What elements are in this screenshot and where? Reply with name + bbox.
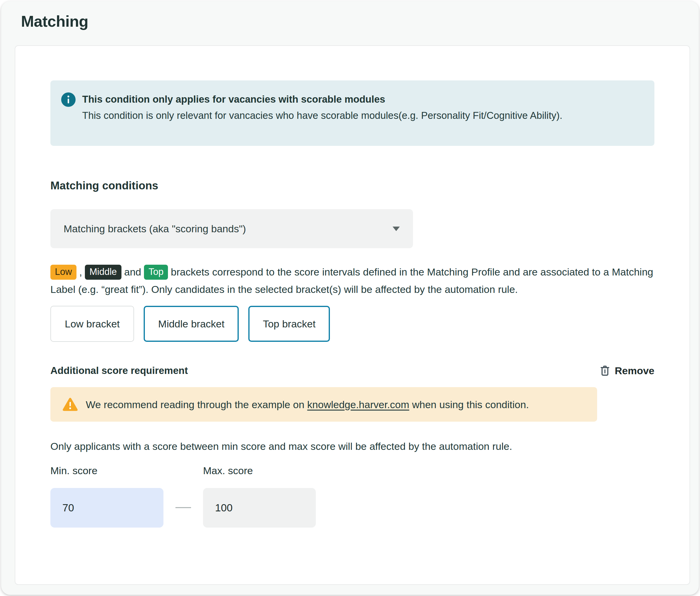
min-score-label: Min. score [50,465,163,476]
knowledge-link[interactable]: knowledge.harver.com [307,399,409,410]
warning-text-before: We recommend reading through the example… [86,399,307,410]
score-fields: Min. score Max. score [50,465,654,527]
low-badge: Low [50,265,76,280]
top-bracket-button[interactable]: Top bracket [248,306,330,342]
page-title: Matching [21,12,699,31]
condition-type-value: Matching brackets (aka "scoring bands") [63,223,246,235]
min-score-input[interactable] [50,488,163,527]
remove-label: Remove [615,365,654,377]
info-banner-title: This condition only applies for vacancie… [82,92,562,107]
matching-panel: Matching This condition only applies for… [1,1,699,595]
matching-card: This condition only applies for vacancie… [15,45,690,585]
score-requirement-heading: Additional score requirement [50,364,188,377]
warning-icon [62,397,78,412]
warning-text-after: when using this condition. [409,399,529,410]
middle-badge: Middle [85,265,121,280]
low-bracket-button[interactable]: Low bracket [50,306,134,342]
warning-text: We recommend reading through the example… [86,397,529,412]
bracket-button-row: Low bracket Middle bracket Top bracket [50,306,654,342]
chevron-down-icon [393,227,400,231]
badge-separator-comma: , [76,266,85,278]
range-description: Only applicants with a score between min… [50,440,654,453]
low-bracket-label: Low bracket [65,318,120,330]
score-requirement-header: Additional score requirement Remove [50,364,654,377]
info-banner-text: This condition only applies for vacancie… [82,92,562,124]
range-separator [176,507,191,508]
max-score-field: Max. score [203,465,316,527]
middle-bracket-label: Middle bracket [158,318,224,330]
warning-banner: We recommend reading through the example… [50,387,597,422]
max-score-label: Max. score [203,465,316,476]
min-score-field: Min. score [50,465,163,527]
bracket-description: Low , Middle and Top brackets correspond… [50,263,654,298]
trash-icon [600,365,610,376]
remove-button[interactable]: Remove [600,365,654,377]
badge-separator-and: and [122,266,144,278]
matching-conditions-heading: Matching conditions [50,179,654,193]
info-icon [61,93,76,107]
info-banner: This condition only applies for vacancie… [50,80,654,146]
top-badge: Top [144,265,168,280]
condition-type-select[interactable]: Matching brackets (aka "scoring bands") [50,209,413,248]
top-bracket-label: Top bracket [263,318,315,330]
info-banner-body: This condition is only relevant for vanc… [82,107,562,124]
middle-bracket-button[interactable]: Middle bracket [144,306,239,342]
max-score-input[interactable] [203,488,316,527]
